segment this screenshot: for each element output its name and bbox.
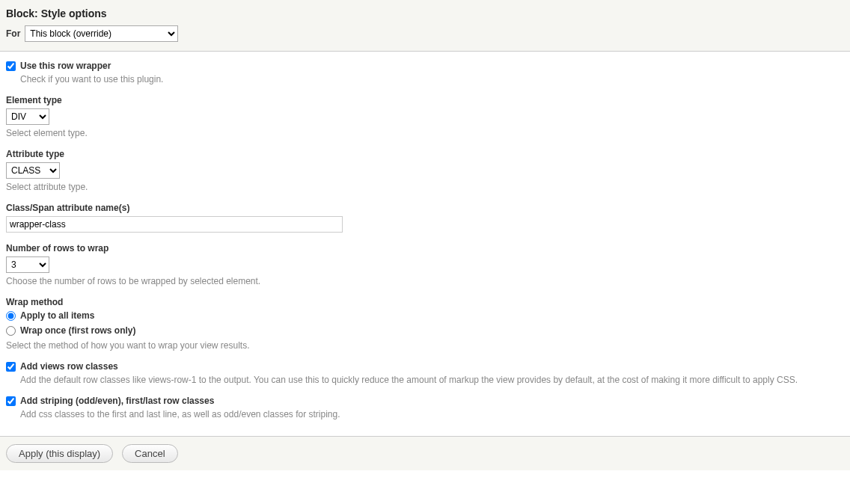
num-rows-label: Number of rows to wrap	[6, 243, 844, 253]
class-span-input[interactable]	[6, 216, 343, 233]
cancel-button[interactable]: Cancel	[122, 444, 177, 463]
add-striping-label: Add striping (odd/even), first/last row …	[20, 396, 214, 406]
class-span-label: Class/Span attribute name(s)	[6, 203, 844, 213]
attribute-type-desc: Select attribute type.	[6, 182, 844, 192]
use-row-wrapper-label: Use this row wrapper	[20, 61, 111, 71]
add-row-classes-desc: Add the default row classes like views-r…	[20, 375, 844, 385]
apply-button[interactable]: Apply (this display)	[6, 444, 113, 463]
add-row-classes-checkbox[interactable]	[6, 362, 16, 372]
wrap-method-once-label: Wrap once (first rows only)	[20, 325, 135, 336]
wrap-method-all-label: Apply to all items	[20, 310, 94, 321]
use-row-wrapper-desc: Check if you want to use this plugin.	[20, 74, 844, 84]
element-type-desc: Select element type.	[6, 128, 844, 138]
for-label: For	[6, 28, 20, 39]
element-type-select[interactable]: DIV	[6, 108, 49, 125]
add-striping-desc: Add css classes to the first and last li…	[20, 409, 844, 420]
element-type-label: Element type	[6, 95, 844, 105]
use-row-wrapper-checkbox[interactable]	[6, 61, 16, 71]
attribute-type-select[interactable]: CLASS	[6, 162, 60, 179]
num-rows-desc: Choose the number of rows to be wrapped …	[6, 276, 844, 286]
wrap-method-label: Wrap method	[6, 297, 844, 307]
add-striping-checkbox[interactable]	[6, 396, 16, 406]
attribute-type-label: Attribute type	[6, 149, 844, 159]
wrap-method-desc: Select the method of how you want to wra…	[6, 340, 844, 351]
add-row-classes-label: Add views row classes	[20, 361, 118, 372]
wrap-method-all-radio[interactable]	[6, 311, 16, 321]
page-title: Block: Style options	[6, 7, 844, 19]
wrap-method-once-radio[interactable]	[6, 326, 16, 336]
for-select[interactable]: This block (override)	[25, 25, 178, 42]
num-rows-select[interactable]: 3	[6, 256, 49, 273]
